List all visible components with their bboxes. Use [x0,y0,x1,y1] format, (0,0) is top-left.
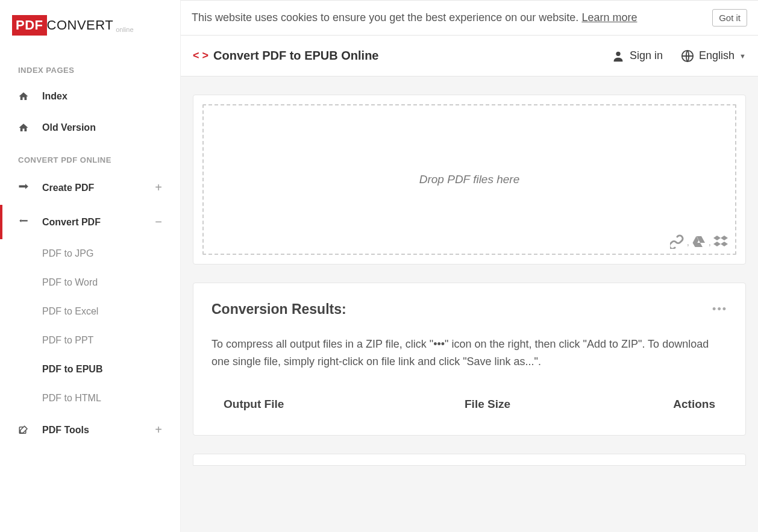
svg-rect-1 [21,220,28,221]
sidebar-sub-pdf-to-excel[interactable]: PDF to Excel [0,297,180,326]
expand-icon: + [155,181,162,195]
home-icon [18,91,29,102]
sidebar-item-label: Index [42,91,162,102]
sidebar-sub-label: PDF to EPUB [42,364,102,374]
logo-pdf: PDF [12,15,47,36]
sidebar-item-label: Convert PDF [42,217,155,228]
arrow-left-icon [18,217,29,228]
file-dropzone[interactable]: Drop PDF files here , , [202,104,736,255]
collapse-icon: − [155,215,162,229]
sidebar-sub-label: PDF to Word [42,277,98,287]
upload-sources: , , [670,234,728,249]
col-actions: Actions [672,398,715,411]
more-options-icon[interactable]: ••• [712,303,727,316]
sidebar: PDF CONVERT online INDEX PAGES Index Old… [0,0,181,532]
results-description: To compress all output files in a ZIP fi… [211,336,727,371]
sidebar-sub-pdf-to-ppt[interactable]: PDF to PPT [0,326,180,355]
sidebar-section-convert: CONVERT PDF ONLINE [0,143,180,171]
edit-icon [18,425,29,436]
col-file-size: File Size [465,398,672,411]
separator: , [709,237,711,247]
sidebar-sub-pdf-to-word[interactable]: PDF to Word [0,268,180,297]
separator: , [687,237,689,247]
sidebar-item-convert-pdf[interactable]: Convert PDF − [0,205,180,239]
sidebar-sub-label: PDF to Excel [42,306,98,316]
sidebar-sub-pdf-to-html[interactable]: PDF to HTML [0,384,180,413]
expand-icon: + [155,423,162,437]
sidebar-sub-label: PDF to PPT [42,335,93,345]
sidebar-item-label: Old Version [42,122,162,133]
cookie-text: This website uses cookies to ensure you … [192,11,712,24]
globe-icon [681,49,694,63]
sidebar-item-label: Create PDF [42,183,155,193]
user-icon [612,49,625,63]
language-label: English [699,49,735,62]
svg-rect-0 [19,186,26,187]
sidebar-sub-pdf-to-epub[interactable]: PDF to EPUB [0,355,180,384]
sidebar-section-index: INDEX PAGES [0,54,180,81]
cookie-got-it-button[interactable]: Got it [712,9,747,27]
logo-convert: CONVERT [47,17,114,33]
sidebar-sub-label: PDF to JPG [42,248,93,258]
sidebar-item-create-pdf[interactable]: Create PDF + [0,171,180,205]
results-header: Conversion Results: ••• [211,301,727,318]
dropzone-label: Drop PDF files here [419,173,520,186]
cookie-banner: This website uses cookies to ensure you … [181,0,758,36]
arrow-right-icon [18,183,29,193]
google-drive-icon[interactable] [692,234,706,249]
upload-card: Drop PDF files here , , [193,95,746,264]
dropbox-icon[interactable] [713,234,728,249]
code-icon: < > [193,49,208,62]
content: Drop PDF files here , , [181,77,758,484]
home-icon [18,122,29,133]
sidebar-item-old-version[interactable]: Old Version [0,112,180,143]
topbar: < > Convert PDF to EPUB Online Sign in E… [181,36,758,77]
logo-online: online [116,26,133,36]
page-title-wrap: < > Convert PDF to EPUB Online [193,49,379,63]
sidebar-sub-label: PDF to HTML [42,393,101,403]
sidebar-sub-pdf-to-jpg[interactable]: PDF to JPG [0,239,180,268]
results-table-header: Output File File Size Actions [211,392,727,417]
svg-point-3 [616,51,620,55]
next-card-stub [193,454,746,466]
col-output-file: Output File [224,398,465,411]
page-title: Convert PDF to EPUB Online [213,49,378,63]
sign-in-button[interactable]: Sign in [612,49,663,63]
cookie-message: This website uses cookies to ensure you … [192,11,581,23]
main: This website uses cookies to ensure you … [181,0,758,532]
results-card: Conversion Results: ••• To compress all … [193,283,746,436]
sign-in-label: Sign in [630,49,663,62]
sidebar-item-pdf-tools[interactable]: PDF Tools + [0,413,180,447]
caret-down-icon: ▼ [739,52,746,60]
language-selector[interactable]: English ▼ [681,49,746,63]
sidebar-item-label: PDF Tools [42,425,155,436]
logo[interactable]: PDF CONVERT online [0,12,180,54]
results-title: Conversion Results: [211,301,712,318]
sidebar-item-index[interactable]: Index [0,81,180,112]
link-icon[interactable] [670,234,684,249]
cookie-learn-more-link[interactable]: Learn more [581,11,637,23]
